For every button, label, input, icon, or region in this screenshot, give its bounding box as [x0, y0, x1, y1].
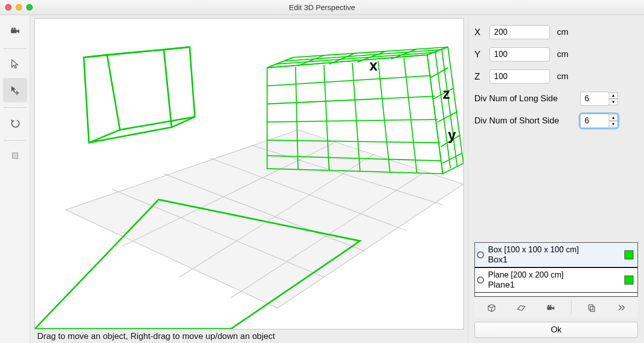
grid-floor: [66, 130, 463, 308]
svg-line-27: [267, 119, 438, 122]
z-label: Z: [474, 72, 485, 82]
axis-label-y: y: [448, 127, 456, 143]
color-swatch[interactable]: [624, 276, 633, 285]
duplicate-button[interactable]: [582, 300, 601, 315]
svg-point-1: [11, 28, 13, 30]
properties-panel: X cm Y cm Z cm Div Num of Long Side ▲ ▼: [468, 15, 644, 343]
square-icon: [10, 150, 21, 161]
axis-label-z: z: [443, 86, 450, 102]
y-label: Y: [474, 49, 485, 60]
svg-rect-49: [547, 306, 551, 310]
svg-line-47: [435, 51, 451, 169]
object-list-row[interactable]: Plane [200 x 200 cm] Plane1: [475, 268, 637, 293]
hint-text: Drag to move an object, Right-drag to mo…: [34, 329, 464, 342]
divlong-step-up[interactable]: ▲: [609, 92, 618, 99]
svg-point-51: [549, 305, 551, 306]
svg-rect-52: [589, 305, 593, 310]
color-swatch[interactable]: [624, 250, 633, 259]
svg-line-34: [404, 58, 417, 173]
svg-line-26: [267, 96, 435, 104]
add-box-button[interactable]: [482, 300, 501, 315]
separator: [4, 107, 26, 108]
chevron-double-right-icon: [616, 303, 626, 313]
add-camera-button[interactable]: [541, 300, 560, 315]
svg-line-21: [89, 130, 120, 143]
box1-wireframe: [84, 47, 195, 143]
object-name: Plane1: [488, 280, 620, 290]
cursor-icon: [10, 58, 21, 70]
axis-label-x: x: [369, 57, 377, 74]
divlong-step-down[interactable]: ▼: [609, 99, 618, 105]
visibility-toggle-icon[interactable]: [477, 277, 484, 284]
svg-line-44: [438, 112, 457, 122]
x-input[interactable]: [490, 25, 550, 39]
more-button[interactable]: [612, 300, 631, 315]
object-name: Box1: [488, 255, 620, 265]
select-tool[interactable]: [3, 52, 27, 76]
duplicate-icon: [587, 303, 597, 313]
svg-rect-53: [590, 306, 594, 311]
object-type: Box [100 x 100 x 100 cm]: [488, 245, 620, 255]
separator: [4, 48, 26, 49]
z-unit: cm: [557, 72, 569, 82]
undo-icon: [10, 117, 21, 128]
add-plane-button[interactable]: [512, 300, 531, 315]
y-input[interactable]: [490, 47, 550, 61]
x-label: X: [474, 27, 485, 38]
object-type: Plane [200 x 200 cm]: [488, 270, 620, 280]
undo-tool[interactable]: [3, 111, 27, 135]
divshort-label: Div Num of Short Side: [474, 116, 575, 126]
toggle-tool[interactable]: [3, 144, 27, 168]
divshort-input[interactable]: [580, 114, 609, 128]
y-unit: cm: [557, 49, 569, 59]
svg-line-40: [276, 52, 436, 64]
svg-line-48: [442, 49, 457, 167]
svg-rect-0: [11, 29, 16, 33]
visibility-toggle-icon[interactable]: [477, 251, 484, 258]
ok-button[interactable]: Ok: [474, 322, 638, 338]
titlebar: Edit 3D Perspective: [0, 0, 644, 15]
box-icon: [487, 303, 497, 313]
divlong-label: Div Num of Long Side: [474, 94, 575, 104]
svg-point-50: [547, 305, 549, 306]
window-title: Edit 3D Perspective: [0, 3, 644, 12]
svg-rect-3: [12, 153, 18, 159]
move-cursor-icon: [10, 85, 21, 96]
svg-marker-23: [267, 47, 448, 67]
divshort-step-up[interactable]: ▲: [609, 114, 618, 121]
move-tool[interactable]: [3, 78, 27, 102]
svg-marker-7: [66, 130, 463, 308]
object-toolbar: [474, 297, 638, 318]
z-input[interactable]: [490, 70, 550, 84]
object-list-row[interactable]: Box [100 x 100 x 100 cm] Box1: [475, 243, 637, 268]
x-unit: cm: [557, 27, 569, 37]
divshort-step-down[interactable]: ▼: [609, 121, 618, 127]
viewport-3d[interactable]: x z y: [34, 18, 464, 329]
svg-point-2: [14, 28, 16, 30]
plane-icon: [516, 303, 526, 313]
svg-marker-17: [107, 47, 195, 129]
camera-tool[interactable]: [3, 19, 27, 43]
svg-line-46: [442, 153, 462, 164]
camera-icon: [546, 303, 556, 313]
divlong-input[interactable]: [580, 92, 609, 106]
left-toolbar: [0, 15, 30, 343]
camera-icon: [10, 26, 21, 37]
separator: [4, 140, 26, 141]
separator: [571, 301, 572, 314]
object-list[interactable]: Box [100 x 100 x 100 cm] Box1 Plane [200…: [474, 242, 638, 297]
